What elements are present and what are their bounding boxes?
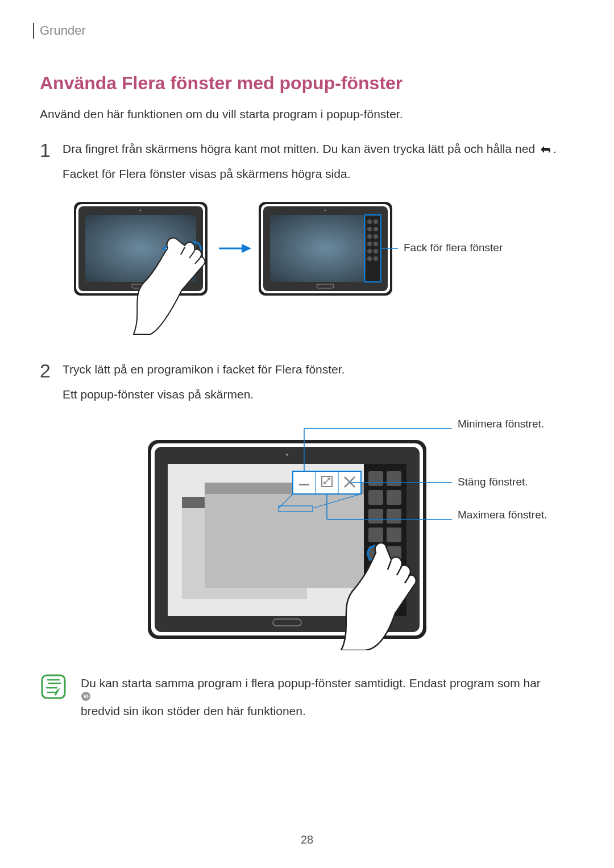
svg-point-3 — [140, 209, 142, 211]
svg-rect-50 — [387, 509, 401, 524]
svg-point-20 — [367, 227, 372, 231]
figure-1: Fack för flera fönster — [68, 199, 574, 338]
step-1-line-1: Dra fingret från skärmens högra kant mot… — [63, 140, 574, 157]
step-number: 2 — [40, 361, 63, 412]
step-1: 1 Dra fingret från skärmens högra kant m… — [40, 140, 574, 191]
svg-rect-45 — [368, 471, 383, 486]
svg-point-26 — [367, 249, 372, 254]
svg-rect-48 — [387, 490, 401, 505]
svg-rect-49 — [368, 509, 383, 524]
svg-point-18 — [367, 219, 372, 224]
note-block: Du kan starta samma program i flera popu… — [40, 673, 574, 720]
svg-rect-63 — [299, 484, 309, 485]
svg-rect-77 — [42, 675, 65, 698]
svg-rect-42 — [205, 483, 375, 588]
svg-point-25 — [374, 242, 378, 246]
transition-arrow — [219, 244, 251, 253]
callout-close: Stäng fönstret. — [458, 476, 528, 488]
page-number: 28 — [0, 833, 614, 846]
svg-point-23 — [374, 234, 378, 239]
step-2-line-1: Tryck lätt på en programikon i facket fö… — [63, 361, 574, 378]
tablet-right — [259, 202, 392, 296]
svg-point-28 — [367, 256, 372, 261]
intro-text: Använd den här funktionen om du vill sta… — [40, 107, 574, 121]
step-2-line-2: Ett popup-fönster visas på skärmen. — [63, 386, 574, 403]
note-text-a: Du kan starta samma program i flera popu… — [81, 676, 541, 690]
header-title: Grunder — [40, 23, 86, 38]
svg-rect-17 — [366, 216, 380, 281]
svg-point-35 — [286, 454, 288, 456]
note-text: Du kan starta samma program i flera popu… — [81, 673, 541, 720]
svg-rect-47 — [368, 490, 383, 505]
svg-rect-51 — [368, 528, 383, 542]
step-body: Tryck lätt på en programikon i facket fö… — [63, 361, 574, 412]
callout-maximize-1: Maximera fönstret. — [458, 509, 547, 521]
svg-rect-46 — [387, 471, 401, 486]
section-title: Använda Flera fönster med popup-fönster — [40, 73, 574, 94]
page-content: Grunder Använda Flera fönster med popup-… — [0, 0, 614, 743]
svg-point-27 — [374, 249, 378, 254]
svg-point-29 — [374, 256, 378, 261]
header-bar: Grunder — [33, 23, 574, 39]
step-body: Dra fingret från skärmens högra kant mot… — [63, 140, 574, 191]
svg-point-21 — [374, 227, 378, 231]
svg-rect-52 — [387, 528, 401, 542]
svg-point-19 — [374, 219, 378, 224]
svg-point-14 — [325, 209, 326, 211]
step-number: 1 — [40, 140, 63, 191]
callout-tray: Fack för flera fönster — [404, 242, 503, 254]
figure-2: Minimera fönstret. Stäng fönstret. Maxim… — [136, 417, 574, 650]
back-icon — [538, 144, 553, 155]
svg-point-22 — [367, 234, 372, 239]
step-1-line-2: Facket för Flera fönster visas på skärme… — [63, 165, 574, 182]
step-2: 2 Tryck lätt på en programikon i facket … — [40, 361, 574, 412]
callout-minimize-1: Minimera fönstret. — [458, 418, 544, 430]
note-icon — [40, 673, 67, 700]
note-text-b: bredvid sin ikon stöder den här funktion… — [81, 704, 306, 717]
svg-point-24 — [367, 242, 372, 246]
multi-instance-icon — [81, 692, 541, 702]
step-1-text-b: . — [553, 142, 557, 155]
step-1-text-a: Dra fingret från skärmens högra kant mot… — [63, 142, 538, 155]
